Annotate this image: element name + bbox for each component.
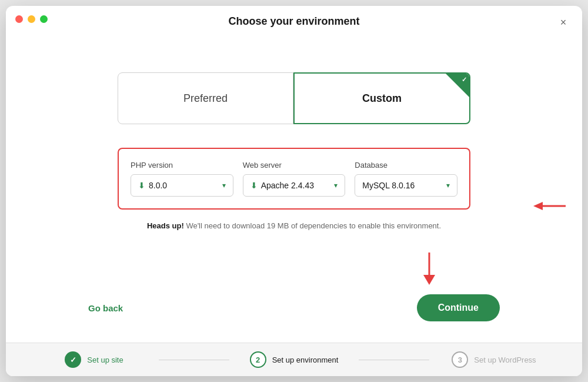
web-server-select[interactable]: ⬇ Apache 2.4.43 ▾	[243, 174, 346, 197]
main-content: Preferred Custom PHP version	[6, 37, 582, 343]
database-label: Database	[355, 161, 457, 170]
heads-up-notice: Heads up! We'll need to download 19 MB o…	[118, 221, 470, 230]
env-cards: Preferred Custom	[118, 72, 470, 124]
svg-marker-5	[423, 275, 435, 285]
web-server-label: Web server	[243, 161, 346, 170]
traffic-light-red[interactable]	[15, 15, 23, 23]
web-server-group: Web server ⬇ Apache 2.4.43 ▾	[243, 161, 346, 197]
php-chevron-icon: ▾	[222, 181, 226, 190]
page-title: Choose your environment	[228, 15, 359, 28]
close-button[interactable]: ×	[556, 15, 570, 29]
main-window: Choose your environment × Preferred Cust…	[6, 6, 582, 376]
arrow-to-dropdowns	[533, 201, 566, 214]
database-select[interactable]: MySQL 8.0.16 ▾	[355, 174, 457, 197]
dropdowns-section: PHP version ⬇ 8.0.0 ▾ Web server ⬇	[118, 148, 470, 210]
step-1: ✓ Set up site	[29, 351, 159, 368]
custom-card[interactable]: Custom	[293, 72, 470, 124]
web-server-value: Apache 2.4.43	[261, 181, 314, 190]
preferred-label: Preferred	[183, 92, 228, 105]
heads-up-text: We'll need to download 19 MB of dependen…	[184, 221, 441, 230]
step-3-circle: 3	[452, 351, 468, 368]
step-1-label: Set up site	[87, 356, 123, 364]
step-3-number: 3	[458, 356, 462, 364]
custom-checkmark	[446, 74, 469, 97]
web-server-chevron-icon: ▾	[334, 181, 338, 190]
go-back-button[interactable]: Go back	[88, 303, 123, 313]
traffic-lights	[15, 15, 48, 23]
step-1-circle: ✓	[65, 351, 81, 368]
step-3-label: Set up WordPress	[474, 356, 536, 364]
database-value: MySQL 8.0.16	[362, 181, 415, 190]
step-2-number: 2	[256, 356, 260, 364]
step-2: 2 Set up environment	[229, 351, 359, 368]
php-version-select[interactable]: ⬇ 8.0.0 ▾	[131, 174, 233, 197]
footer-actions: Go back Continue	[65, 285, 523, 331]
arrow-to-continue	[420, 253, 438, 287]
php-download-icon: ⬇	[138, 181, 145, 190]
custom-label: Custom	[362, 92, 402, 105]
database-chevron-icon: ▾	[446, 181, 450, 190]
step-divider-1	[159, 360, 229, 360]
title-bar: Choose your environment ×	[6, 6, 582, 37]
stepper: ✓ Set up site 2 Set up environment 3 Set…	[6, 343, 582, 376]
web-server-download-icon: ⬇	[250, 181, 258, 190]
step-2-circle: 2	[250, 351, 266, 368]
step-divider-2	[359, 360, 429, 360]
web-server-value-container: ⬇ Apache 2.4.43	[250, 181, 314, 190]
php-version-value-container: ⬇ 8.0.0	[138, 181, 167, 190]
continue-button[interactable]: Continue	[417, 294, 500, 321]
preferred-card[interactable]: Preferred	[118, 72, 293, 124]
database-group: Database MySQL 8.0.16 ▾	[355, 161, 457, 197]
step-3: 3 Set up WordPress	[429, 351, 559, 368]
traffic-light-yellow[interactable]	[28, 15, 35, 23]
php-version-value: 8.0.0	[149, 181, 167, 190]
heads-up-bold: Heads up!	[147, 221, 184, 230]
step-2-label: Set up environment	[272, 356, 339, 364]
database-value-container: MySQL 8.0.16	[362, 181, 415, 190]
php-version-label: PHP version	[131, 161, 233, 170]
traffic-light-green[interactable]	[40, 15, 48, 23]
php-version-group: PHP version ⬇ 8.0.0 ▾	[131, 161, 233, 197]
svg-marker-3	[533, 202, 543, 210]
dropdowns-grid: PHP version ⬇ 8.0.0 ▾ Web server ⬇	[131, 161, 457, 197]
